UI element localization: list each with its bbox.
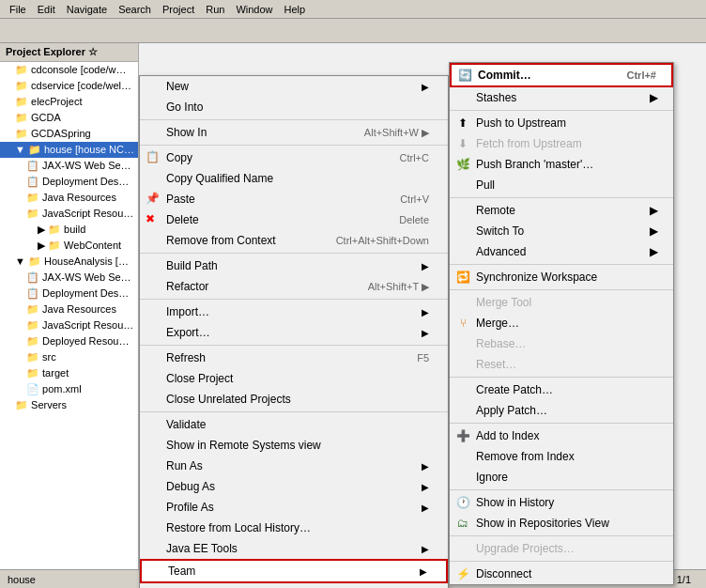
commit-icon: 🔄 [457,68,472,83]
disconnect-icon: ⚡ [455,566,470,581]
ctx-paste[interactable]: 📌 PasteCtrl+V [140,189,448,209]
ctx-delete[interactable]: ✖ DeleteDelete [140,209,448,230]
ctx-go-into[interactable]: Go Into [140,97,448,117]
sub-push-upstream[interactable]: ⬆ Push to Upstream [450,113,673,133]
sub-switch-to[interactable]: Switch To▶ [450,221,673,241]
tree-house[interactable]: ▼ 📁 house [house NC… [0,142,138,158]
ctx-export[interactable]: Export…▶ [140,322,448,343]
ctx-debug-as[interactable]: Debug As▶ [140,476,448,497]
sub-remove-index[interactable]: Remove from Index [450,446,673,467]
sub-create-patch[interactable]: Create Patch… [450,379,673,400]
sync-icon: 🔁 [455,270,470,285]
tree-cdconsole[interactable]: 📁 cdconsole [code/w… [0,62,138,78]
sub-remote[interactable]: Remote▶ [450,200,673,221]
menu-bar: File Edit Navigate Search Project Run Wi… [0,0,706,19]
menu-help[interactable]: Help [279,2,312,17]
tree-js1[interactable]: 📁 JavaScript Resou… [0,206,138,222]
sub-add-index[interactable]: ➕ Add to Index [450,426,673,446]
ctx-show-in[interactable]: Show InAlt+Shift+W ▶ [140,122,448,143]
tree-houseanalysis[interactable]: ▼ 📁 HouseAnalysis [Ho… [0,254,138,270]
menu-navigate[interactable]: Navigate [61,2,113,17]
tree-cdservice[interactable]: 📁 cdservice [code/wel… [0,78,138,94]
tree-webcontent[interactable]: ▶ 📁 WebContent [0,238,138,254]
sub-advanced[interactable]: Advanced▶ [450,241,673,262]
repo-icon: 🗂 [455,516,470,531]
tree-java1[interactable]: 📁 Java Resources [0,190,138,206]
tree-target[interactable]: 📁 target [0,365,138,381]
copy-icon: 📋 [146,150,161,165]
ctx-new[interactable]: New▶ [140,76,448,97]
ctx-profile-as[interactable]: Profile As▶ [140,497,448,518]
ctx-validate[interactable]: Validate [140,414,448,435]
ctx-copy-qualified[interactable]: Copy Qualified Name [140,168,448,189]
tree-pom[interactable]: 📄 pom.xml [0,381,138,397]
menu-project[interactable]: Project [157,2,200,17]
tree-src[interactable]: 📁 src [0,349,138,365]
sub-apply-patch[interactable]: Apply Patch… [450,400,673,421]
tree-gcdasPring[interactable]: 📁 GCDASpring [0,126,138,142]
status-left: house [8,574,36,585]
ctx-javaee[interactable]: Java EE Tools▶ [140,538,448,559]
tree-jaxws1[interactable]: 📋 JAX-WS Web Se… [0,158,138,174]
ctx-remove-context[interactable]: Remove from ContextCtrl+Alt+Shift+Down [140,230,448,251]
menu-run[interactable]: Run [200,2,230,17]
push-icon: ⬆ [455,116,470,131]
sub-disconnect[interactable]: ⚡ Disconnect [450,564,673,584]
menu-edit[interactable]: Edit [32,2,61,17]
paste-icon: 📌 [146,192,161,207]
menu-search[interactable]: Search [113,2,157,17]
tree-deploy2[interactable]: 📋 Deployment Des… [0,286,138,302]
addindex-icon: ➕ [455,428,470,443]
ctx-close-unrelated[interactable]: Close Unrelated Projects [140,389,448,410]
panel-title: Project Explorer ☆ [0,43,138,62]
tree-build[interactable]: ▶ 📁 build [0,222,138,238]
delete-icon: ✖ [146,212,161,227]
sub-reset: Reset… [450,354,673,375]
tree-servers[interactable]: 📁 Servers [0,397,138,413]
team-submenu: 🔄 Commit…Ctrl+# Stashes▶ ⬆ Push to Upstr… [449,62,674,585]
tree-elecproject[interactable]: 📁 elecProject [0,94,138,110]
tree-gcda[interactable]: 📁 GCDA [0,110,138,126]
tree-js2[interactable]: 📁 JavaScript Resou… [0,317,138,333]
sub-show-history[interactable]: 🕐 Show in History [450,492,673,513]
ctx-compare[interactable]: Compare With▶ [140,583,448,588]
tree-deploy1[interactable]: 📋 Deployment Des… [0,174,138,190]
ctx-copy[interactable]: 📋 CopyCtrl+C [140,147,448,168]
tree-deployed[interactable]: 📁 Deployed Resou… [0,333,138,349]
ctx-restore-local[interactable]: Restore from Local History… [140,518,448,538]
context-menu: New▶ Go Into Show InAlt+Shift+W ▶ 📋 Copy… [139,75,449,588]
ctx-run-as[interactable]: Run As▶ [140,456,448,476]
sub-fetch-upstream: ⬇ Fetch from Upstream [450,133,673,154]
ctx-import[interactable]: Import…▶ [140,302,448,322]
sub-stashes[interactable]: Stashes▶ [450,87,673,108]
sub-upgrade: Upgrade Projects… [450,538,673,559]
menu-file[interactable]: File [4,2,32,17]
fetch-icon: ⬇ [455,136,470,151]
ctx-refactor[interactable]: RefactorAlt+Shift+T ▶ [140,276,448,297]
tree-jaxws2[interactable]: 📋 JAX-WS Web Se… [0,270,138,286]
sub-rebase: Rebase… [450,333,673,354]
sub-push-branch[interactable]: 🌿 Push Branch 'master'… [450,154,673,175]
ctx-team[interactable]: Team▶ [140,559,448,583]
status-right: 1/1 [677,574,698,585]
sub-ignore[interactable]: Ignore [450,467,673,487]
sub-pull[interactable]: Pull [450,175,673,195]
sub-commit[interactable]: 🔄 Commit…Ctrl+# [450,63,673,87]
project-explorer: Project Explorer ☆ 📁 cdconsole [code/w… … [0,43,139,569]
sub-sync[interactable]: 🔁 Synchronize Workspace [450,267,673,287]
history-icon: 🕐 [455,495,470,510]
push-branch-icon: 🌿 [455,157,470,172]
sub-merge[interactable]: ⑂ Merge… [450,313,673,333]
ctx-refresh[interactable]: RefreshF5 [140,348,448,368]
ctx-close-project[interactable]: Close Project [140,368,448,389]
tree-java2[interactable]: 📁 Java Resources [0,302,138,317]
sub-show-repo[interactable]: 🗂 Show in Repositories View [450,513,673,534]
menu-window[interactable]: Window [230,2,278,17]
ctx-build-path[interactable]: Build Path▶ [140,255,448,276]
sub-merge-tool: Merge Tool [450,292,673,313]
merge-icon: ⑂ [455,316,470,331]
ctx-show-remote[interactable]: Show in Remote Systems view [140,435,448,456]
toolbar [0,19,706,43]
